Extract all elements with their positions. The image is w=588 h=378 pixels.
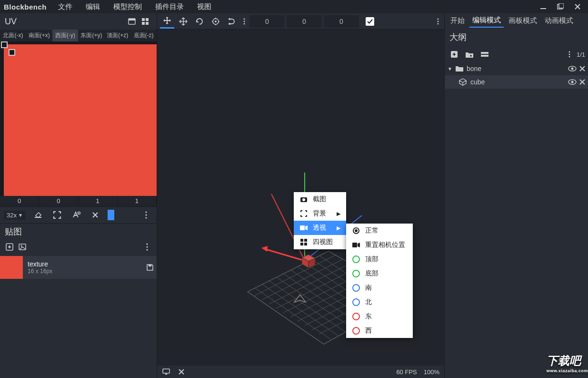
resize-icon xyxy=(179,17,188,26)
eye-icon[interactable] xyxy=(568,79,577,85)
mode-animate[interactable]: 动画模式 xyxy=(542,14,576,27)
circle-blue-icon xyxy=(352,284,360,292)
sub-bottom[interactable]: 底部 xyxy=(346,266,413,281)
uv-grid-button[interactable] xyxy=(139,15,152,28)
sub-reset-camera[interactable]: 重置相机位置 xyxy=(346,238,413,252)
svg-rect-7 xyxy=(142,22,145,25)
uv-num-0[interactable]: 0 xyxy=(0,196,39,206)
uv-num-1[interactable]: 0 xyxy=(39,196,78,206)
ctx-background[interactable]: 背景 ▶ xyxy=(294,206,346,221)
status-close-button[interactable] xyxy=(177,365,186,378)
tool-resize[interactable] xyxy=(176,14,190,29)
circle-blue-icon xyxy=(352,298,360,306)
svg-point-25 xyxy=(244,18,245,20)
watermark-sub: www.xiazaiba.com xyxy=(547,368,588,373)
ctx-perspective[interactable]: 透视 ▶ xyxy=(294,221,346,235)
ctx-screenshot[interactable]: 截图 xyxy=(294,192,346,206)
window-close-button[interactable] xyxy=(569,1,586,12)
uv-face-tabs: 北面(-x) 南面(+x) 西面(-y) 东面(+y) 顶面(+z) 底面(-z… xyxy=(0,30,157,41)
tool-vertex-snap[interactable] xyxy=(225,14,239,29)
viewport-3d[interactable]: 截图 背景 ▶ 透视 ▶ 四视图 正常 xyxy=(157,30,444,366)
cube-icon xyxy=(459,78,467,86)
sub-north[interactable]: 北 xyxy=(346,295,413,309)
sub-east[interactable]: 东 xyxy=(346,309,413,324)
outliner-cube[interactable]: cube xyxy=(445,75,588,89)
svg-rect-69 xyxy=(352,243,357,247)
texture-item[interactable]: texture 16 x 16px xyxy=(0,256,157,279)
tool-move[interactable] xyxy=(160,14,174,29)
svg-point-23 xyxy=(229,18,230,20)
uv-more-button[interactable] xyxy=(140,208,153,222)
menu-model-control[interactable]: 模型控制 xyxy=(107,0,149,13)
uv-handle-nw[interactable] xyxy=(1,41,8,48)
outliner-toggle-button[interactable] xyxy=(478,48,491,61)
quad-view-icon xyxy=(299,239,308,245)
uv-maximize-button[interactable] xyxy=(50,208,64,222)
sub-top[interactable]: 顶部 xyxy=(346,252,413,266)
sub-reset-camera-label: 重置相机位置 xyxy=(365,241,405,249)
svg-rect-2 xyxy=(559,3,564,8)
uv-face-west[interactable]: 西面(-y) xyxy=(52,30,79,41)
svg-rect-8 xyxy=(146,22,149,25)
right-panel: 开始 编辑模式 画板模式 动画模式 大纲 1/1 ▼ bone cube xyxy=(444,13,588,378)
toolbar-more-1[interactable] xyxy=(241,15,248,28)
outliner-add-group-button[interactable] xyxy=(463,48,476,61)
uv-face-down[interactable]: 底面(-z) xyxy=(130,30,157,41)
uv-window-button[interactable] xyxy=(125,15,139,28)
sub-south[interactable]: 南 xyxy=(346,281,413,295)
texture-save-button[interactable] xyxy=(143,261,157,274)
transform-input-y[interactable]: 0 xyxy=(287,15,322,28)
window-maximize-button[interactable] xyxy=(552,1,569,12)
outliner-cube-label: cube xyxy=(470,78,485,86)
uv-clear-button[interactable] xyxy=(89,208,102,222)
ctx-background-label: 背景 xyxy=(313,209,326,218)
tool-pivot[interactable] xyxy=(209,14,223,29)
transform-input-z[interactable]: 0 xyxy=(324,15,359,28)
textures-title: 贴图 xyxy=(5,226,22,237)
sub-west[interactable]: 西 xyxy=(346,324,413,338)
status-display-button[interactable] xyxy=(162,365,170,378)
uv-face-north[interactable]: 北面(-x) xyxy=(0,30,26,41)
mode-start[interactable]: 开始 xyxy=(448,14,468,27)
sub-west-label: 西 xyxy=(365,327,372,335)
uv-num-3[interactable]: 1 xyxy=(118,196,157,206)
sub-normal[interactable]: 正常 xyxy=(346,224,413,238)
tool-rotate[interactable] xyxy=(192,14,207,29)
remove-icon[interactable] xyxy=(579,79,585,85)
uv-zoom-selector[interactable]: 32x▼ xyxy=(4,211,26,220)
transform-input-x[interactable]: 0 xyxy=(249,15,285,28)
uv-face-up[interactable]: 顶面(+z) xyxy=(104,30,130,41)
uv-color-chip[interactable] xyxy=(108,210,114,220)
menu-file[interactable]: 文件 xyxy=(51,0,79,13)
outliner-add-cube-button[interactable] xyxy=(448,48,461,61)
menu-view[interactable]: 视图 xyxy=(190,0,218,13)
mode-paint[interactable]: 画板模式 xyxy=(506,14,540,27)
texture-import-button[interactable] xyxy=(16,240,30,254)
uv-zoom-value: 32x xyxy=(7,212,17,219)
window-minimize-button[interactable] xyxy=(535,1,552,12)
uv-face-east[interactable]: 东面(+y) xyxy=(78,30,104,41)
eye-icon[interactable] xyxy=(568,66,577,72)
transform-lock-checkbox[interactable] xyxy=(366,17,374,26)
svg-point-17 xyxy=(146,243,148,245)
outliner-group[interactable]: ▼ bone xyxy=(445,62,588,75)
move-icon xyxy=(162,16,172,25)
toolbar-more-2[interactable] xyxy=(435,15,441,28)
textures-more-button[interactable] xyxy=(140,240,154,254)
uv-handle-se[interactable] xyxy=(9,49,15,56)
uv-auto-button[interactable] xyxy=(70,208,83,222)
menu-plugins[interactable]: 插件目录 xyxy=(149,0,190,13)
outliner-more-button[interactable] xyxy=(566,48,573,61)
uv-face-south[interactable]: 南面(+x) xyxy=(26,30,52,41)
remove-icon[interactable] xyxy=(579,66,585,72)
mode-edit[interactable]: 编辑模式 xyxy=(469,14,504,28)
menu-edit[interactable]: 编辑 xyxy=(79,0,107,13)
uv-num-2[interactable]: 1 xyxy=(79,196,118,206)
svg-point-29 xyxy=(438,20,439,22)
svg-point-12 xyxy=(145,214,147,215)
caret-down-icon[interactable]: ▼ xyxy=(448,66,452,72)
uv-fill-button[interactable] xyxy=(31,208,45,222)
ctx-quadview[interactable]: 四视图 xyxy=(294,235,346,249)
uv-canvas[interactable] xyxy=(0,41,157,196)
texture-add-button[interactable] xyxy=(3,240,16,254)
